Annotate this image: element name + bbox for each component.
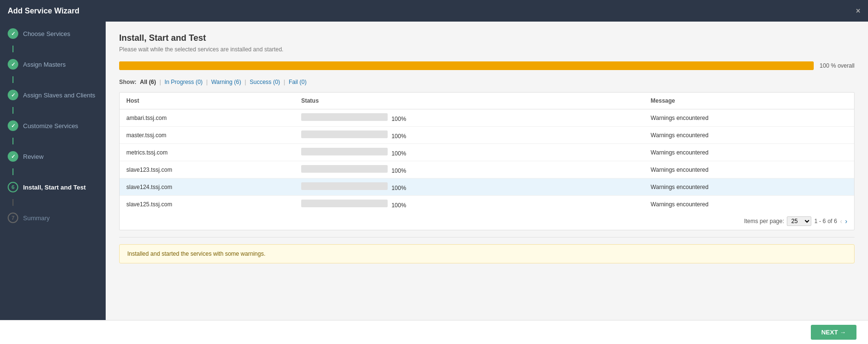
sidebar-item-install-start-test[interactable]: 6 Install, Start and Test bbox=[0, 175, 106, 199]
col-message: Message bbox=[644, 93, 854, 109]
cell-status: 100% bbox=[294, 196, 644, 213]
connector-1 bbox=[12, 46, 13, 52]
sidebar-item-summary[interactable]: 7 Summary bbox=[0, 206, 106, 230]
row-progress-pct: 100% bbox=[391, 202, 406, 209]
step-circle-4: ✓ bbox=[8, 120, 18, 131]
pagination-bar: Items per page: 25 50 100 1 - 6 of 6 ‹ › bbox=[120, 213, 854, 230]
row-progress-bar-bg bbox=[301, 182, 388, 190]
main-content: Install, Start and Test Please wait whil… bbox=[106, 22, 868, 320]
overall-progress-fill bbox=[119, 61, 814, 70]
step-circle-6: 6 bbox=[8, 182, 18, 192]
cell-message: Warnings encountered bbox=[644, 161, 854, 178]
connector-2 bbox=[12, 76, 13, 83]
table-row: slave125.tssj.com100%Warnings encountere… bbox=[120, 196, 854, 213]
connector-6 bbox=[12, 199, 13, 206]
divider bbox=[119, 237, 855, 237]
cell-host: master.tssj.com bbox=[120, 127, 294, 144]
step-circle-7: 7 bbox=[8, 213, 18, 223]
step-circle-2: ✓ bbox=[8, 59, 18, 70]
sidebar-item-label-4: Customize Services bbox=[23, 122, 78, 130]
cell-status: 100% bbox=[294, 144, 644, 161]
pagination-prev[interactable]: ‹ bbox=[840, 217, 843, 225]
app-window: Add Service Wizard × ✓ Choose Services ✓… bbox=[0, 0, 868, 344]
cell-message: Warnings encountered bbox=[644, 196, 854, 213]
cell-status: 100% bbox=[294, 127, 644, 144]
next-button[interactable]: NEXT → bbox=[811, 325, 856, 340]
cell-message: Warnings encountered bbox=[644, 109, 854, 127]
table-row: slave123.tssj.com100%Warnings encountere… bbox=[120, 161, 854, 178]
connector-4 bbox=[12, 138, 13, 144]
overall-progress-label: 100 % overall bbox=[819, 62, 855, 69]
table-row: slave124.tssj.com100%Warnings encountere… bbox=[120, 178, 854, 196]
hosts-table: Host Status Message ambari.tssj.com100%W… bbox=[120, 93, 854, 213]
connector-3 bbox=[12, 107, 13, 114]
connector-5 bbox=[12, 168, 13, 175]
row-progress-bar-bg bbox=[301, 113, 388, 121]
overall-progress-wrapper: 100 % overall bbox=[119, 61, 855, 70]
filter-fail[interactable]: Fail (0) bbox=[289, 79, 306, 85]
row-progress-bar-bg bbox=[301, 165, 388, 173]
title-bar: Add Service Wizard × bbox=[0, 0, 868, 22]
cell-message: Warnings encountered bbox=[644, 127, 854, 144]
row-progress-pct: 100% bbox=[391, 133, 406, 140]
cell-status: 100% bbox=[294, 109, 644, 127]
cell-status: 100% bbox=[294, 178, 644, 196]
filter-all[interactable]: All (6) bbox=[140, 79, 156, 85]
show-label: Show: bbox=[119, 79, 136, 85]
items-per-page-select[interactable]: 25 50 100 bbox=[787, 216, 811, 226]
col-host: Host bbox=[120, 93, 294, 109]
close-button[interactable]: × bbox=[856, 7, 860, 15]
sidebar: ✓ Choose Services ✓ Assign Masters ✓ Ass… bbox=[0, 22, 106, 320]
row-progress-pct: 100% bbox=[391, 167, 406, 174]
wizard-title: Add Service Wizard bbox=[8, 7, 79, 15]
page-title: Install, Start and Test bbox=[119, 33, 855, 43]
cell-host: slave125.tssj.com bbox=[120, 196, 294, 213]
cell-host: metrics.tssj.com bbox=[120, 144, 294, 161]
table-header: Host Status Message bbox=[120, 93, 854, 109]
main-layout: ✓ Choose Services ✓ Assign Masters ✓ Ass… bbox=[0, 22, 868, 320]
sidebar-item-label-7: Summary bbox=[23, 214, 50, 222]
sidebar-item-label-3: Assign Slaves and Clients bbox=[23, 92, 95, 99]
page-subtitle: Please wait while the selected services … bbox=[119, 46, 855, 53]
table-row: ambari.tssj.com100%Warnings encountered bbox=[120, 109, 854, 127]
row-progress-bar-bg bbox=[301, 200, 388, 207]
sidebar-item-customize-services[interactable]: ✓ Customize Services bbox=[0, 114, 106, 138]
sidebar-item-assign-masters[interactable]: ✓ Assign Masters bbox=[0, 52, 106, 76]
cell-status: 100% bbox=[294, 161, 644, 178]
pagination-next[interactable]: › bbox=[845, 217, 847, 225]
row-progress-bar-bg bbox=[301, 148, 388, 155]
row-progress-pct: 100% bbox=[391, 116, 406, 122]
filter-in-progress[interactable]: In Progress (0) bbox=[165, 79, 203, 85]
filter-success[interactable]: Success (0) bbox=[250, 79, 280, 85]
cell-host: slave124.tssj.com bbox=[120, 178, 294, 196]
sidebar-item-label-6: Install, Start and Test bbox=[23, 184, 86, 191]
table-row: master.tssj.com100%Warnings encountered bbox=[120, 127, 854, 144]
cell-message: Warnings encountered bbox=[644, 144, 854, 161]
items-per-page-label: Items per page: bbox=[744, 218, 784, 225]
row-progress-bar-bg bbox=[301, 130, 388, 138]
sidebar-item-label-5: Review bbox=[23, 153, 44, 160]
footer-bar: NEXT → bbox=[0, 320, 868, 344]
warning-message: Installed and started the services with … bbox=[127, 250, 265, 257]
cell-message: Warnings encountered bbox=[644, 178, 854, 196]
cell-host: slave123.tssj.com bbox=[120, 161, 294, 178]
cell-host: ambari.tssj.com bbox=[120, 109, 294, 127]
sidebar-item-review[interactable]: ✓ Review bbox=[0, 144, 106, 168]
step-circle-5: ✓ bbox=[8, 151, 18, 162]
table-body: ambari.tssj.com100%Warnings encounteredm… bbox=[120, 109, 854, 213]
col-status: Status bbox=[294, 93, 644, 109]
step-circle-3: ✓ bbox=[8, 90, 18, 100]
overall-progress-bar bbox=[119, 61, 814, 70]
warning-box: Installed and started the services with … bbox=[119, 244, 855, 263]
pagination-range: 1 - 6 of 6 bbox=[814, 218, 837, 225]
table-row: metrics.tssj.com100%Warnings encountered bbox=[120, 144, 854, 161]
row-progress-pct: 100% bbox=[391, 185, 406, 191]
sidebar-item-label-1: Choose Services bbox=[23, 30, 70, 37]
row-progress-pct: 100% bbox=[391, 150, 406, 157]
filter-warning[interactable]: Warning (6) bbox=[211, 79, 241, 85]
sidebar-item-assign-slaves[interactable]: ✓ Assign Slaves and Clients bbox=[0, 83, 106, 107]
step-circle-1: ✓ bbox=[8, 28, 18, 39]
sidebar-item-label-2: Assign Masters bbox=[23, 61, 66, 68]
sidebar-item-choose-services[interactable]: ✓ Choose Services bbox=[0, 22, 106, 46]
table-container: Host Status Message ambari.tssj.com100%W… bbox=[119, 92, 855, 230]
